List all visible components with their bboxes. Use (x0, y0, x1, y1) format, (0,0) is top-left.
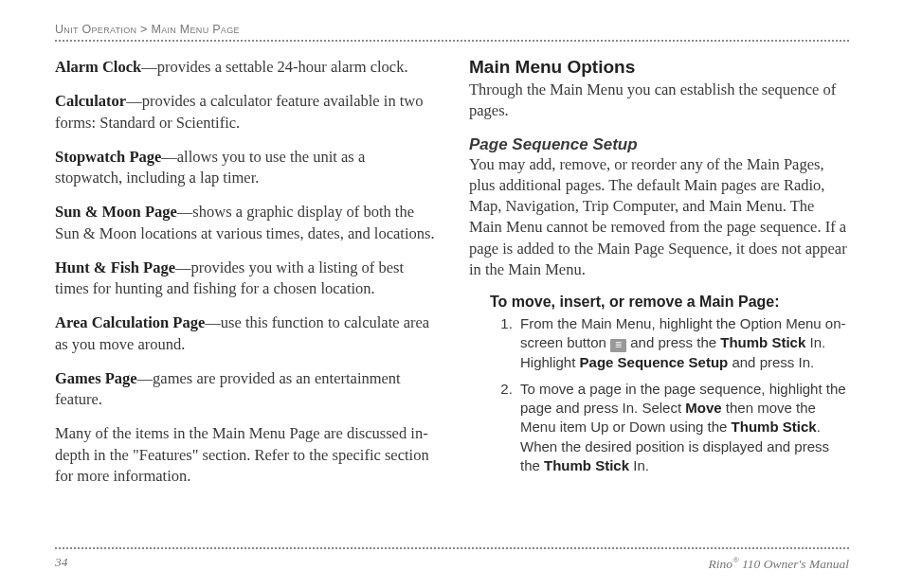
instruction-block: To move, insert, or remove a Main Page: … (469, 294, 849, 475)
item-games: Games Page—games are provided as an ente… (55, 368, 435, 411)
instruction-steps: From the Main Menu, highlight the Option… (490, 314, 849, 475)
term: Calculator (55, 92, 126, 110)
instruction-heading: To move, insert, or remove a Main Page: (490, 294, 849, 311)
item-calculator: Calculator—provides a calculator feature… (55, 91, 435, 134)
bold-page-sequence-setup: Page Sequence Setup (580, 354, 729, 370)
left-column: Alarm Clock—provides a settable 24-hour … (55, 57, 435, 500)
step-1: From the Main Menu, highlight the Option… (516, 314, 849, 372)
item-sun-moon: Sun & Moon Page—shows a graphic display … (55, 202, 435, 244)
term: Sun & Moon Page (55, 203, 177, 221)
manual-title: Rino® 110 Owner's Manual (708, 555, 849, 572)
content-columns: Alarm Clock—provides a settable 24-hour … (55, 57, 849, 500)
right-column: Main Menu Options Through the Main Menu … (469, 57, 849, 500)
breadcrumb-page: Main Menu Page (151, 23, 239, 36)
bold-thumb-stick: Thumb Stick (720, 334, 805, 350)
item-alarm-clock: Alarm Clock—provides a settable 24-hour … (55, 57, 435, 78)
divider-bottom (55, 547, 849, 549)
product-rest: 110 Owner's Manual (739, 556, 849, 570)
page-number: 34 (55, 555, 68, 572)
term: Alarm Clock (55, 58, 141, 76)
term: Hunt & Fish Page (55, 258, 175, 276)
option-menu-icon (610, 339, 626, 352)
heading-main-menu-options: Main Menu Options (469, 57, 849, 78)
page-footer: 34 Rino® 110 Owner's Manual (55, 547, 849, 572)
divider-top (55, 40, 849, 42)
term: Games Page (55, 369, 137, 387)
breadcrumb: Unit Operation > Main Menu Page (55, 23, 849, 36)
left-tail-paragraph: Many of the items in the Main Menu Page … (55, 423, 435, 487)
desc: —provides a settable 24-hour alarm clock… (141, 58, 407, 76)
step-2: To move a page in the page sequence, hig… (516, 380, 849, 475)
text: and press the (626, 334, 720, 350)
item-hunt-fish: Hunt & Fish Page—provides you with a lis… (55, 258, 435, 300)
product-name: Rino (708, 556, 732, 570)
text: In. (629, 457, 649, 473)
breadcrumb-sep: > (136, 23, 151, 36)
heading-page-sequence-setup: Page Sequence Setup (469, 135, 849, 154)
item-area-calc: Area Calculation Page—use this function … (55, 312, 435, 355)
bold-thumb-stick: Thumb Stick (732, 419, 817, 435)
text: and press In. (728, 354, 814, 370)
breadcrumb-section: Unit Operation (55, 23, 136, 36)
item-stopwatch: Stopwatch Page—allows you to use the uni… (55, 147, 435, 189)
term: Area Calculation Page (55, 313, 205, 331)
registered-mark: ® (732, 555, 739, 564)
bold-move: Move (685, 400, 721, 416)
bold-thumb-stick-2: Thumb Stick (544, 457, 629, 473)
term: Stopwatch Page (55, 148, 161, 166)
page-sequence-paragraph: You may add, remove, or reorder any of t… (469, 154, 849, 281)
footer-row: 34 Rino® 110 Owner's Manual (55, 555, 849, 572)
intro-paragraph: Through the Main Menu you can establish … (469, 80, 849, 122)
